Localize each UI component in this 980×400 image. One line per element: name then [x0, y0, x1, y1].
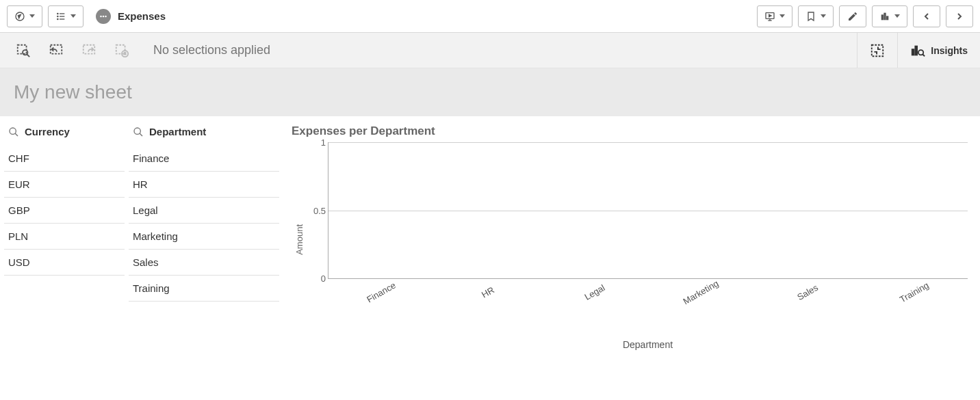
filter-list-currency: CHF EUR GBP PLN USD [4, 146, 125, 276]
svg-rect-27 [872, 44, 884, 56]
filter-header-currency[interactable]: Currency [4, 120, 125, 146]
bookmark-icon [805, 11, 816, 22]
chevron-right-icon [954, 11, 965, 22]
clear-selection-icon [114, 43, 129, 58]
selection-back-button[interactable] [47, 41, 66, 60]
search-selection-icon [16, 43, 31, 58]
list-icon [55, 11, 66, 22]
x-ticks: Finance HR Legal Marketing Sales Trainin… [328, 279, 968, 327]
selection-forward-button [79, 41, 99, 60]
svg-point-32 [10, 128, 16, 134]
selection-search-button[interactable] [14, 41, 33, 60]
chart-title: Expenses per Department [292, 124, 968, 138]
filter-list-department: Finance HR Legal Marketing Sales Trainin… [129, 146, 279, 302]
selection-clear-button [112, 41, 131, 60]
redo-selection-icon [81, 43, 96, 58]
filter-item[interactable]: PLN [4, 224, 125, 250]
content-area: Currency CHF EUR GBP PLN USD Department … [0, 116, 980, 400]
chevron-left-icon [921, 11, 932, 22]
x-tick-label: Legal [582, 282, 606, 302]
svg-marker-14 [769, 14, 771, 16]
filter-item[interactable]: USD [4, 250, 125, 276]
x-tick-label: Training [898, 280, 931, 304]
svg-point-6 [57, 16, 58, 16]
collapse-icon [870, 43, 885, 58]
selection-message: No selections applied [145, 43, 857, 57]
caret-down-icon [70, 14, 76, 18]
svg-rect-29 [916, 46, 918, 55]
insights-label: Insights [931, 45, 968, 56]
svg-rect-23 [116, 44, 125, 53]
filter-item[interactable]: EUR [4, 172, 125, 198]
next-sheet-button[interactable] [946, 5, 973, 27]
search-icon [8, 126, 19, 137]
svg-point-7 [57, 18, 58, 19]
plot-area: 1 0.5 0 [328, 142, 968, 279]
svg-rect-18 [18, 44, 27, 53]
svg-point-30 [918, 50, 923, 55]
filter-item[interactable]: Marketing [129, 224, 279, 250]
svg-rect-17 [887, 16, 888, 20]
filter-pane-department: Department Finance HR Legal Marketing Sa… [129, 120, 279, 396]
caret-down-icon [894, 14, 900, 18]
y-tick: 1 [308, 137, 326, 148]
x-tick-label: Finance [365, 280, 398, 304]
app-icon [96, 9, 111, 24]
play-button[interactable] [757, 5, 792, 27]
caret-down-icon [779, 14, 785, 18]
search-icon [133, 126, 144, 137]
insights-button[interactable]: Insights [897, 33, 980, 68]
filter-item[interactable]: HR [129, 172, 279, 198]
svg-point-34 [134, 128, 140, 134]
bookmark-button[interactable] [798, 5, 834, 27]
chart-pane[interactable]: Expenses per Department Amount 1 0.5 0 F… [283, 120, 976, 396]
filter-item[interactable]: Legal [129, 198, 279, 224]
filter-item[interactable]: GBP [4, 198, 125, 224]
y-tick: 0 [308, 274, 326, 284]
svg-line-31 [923, 54, 925, 56]
svg-point-8 [100, 15, 102, 17]
undo-selection-icon [49, 43, 64, 58]
x-tick-label: Sales [795, 282, 820, 302]
compass-icon [14, 11, 25, 22]
svg-rect-16 [884, 13, 886, 19]
filter-header-department[interactable]: Department [129, 120, 279, 146]
filter-title: Currency [25, 126, 70, 137]
caret-down-icon [821, 14, 826, 18]
app-title: Expenses [96, 9, 166, 24]
filter-item[interactable]: CHF [4, 146, 125, 172]
filter-pane-currency: Currency CHF EUR GBP PLN USD [4, 120, 125, 396]
sheets-button[interactable] [872, 5, 907, 27]
svg-line-20 [27, 54, 30, 57]
svg-marker-1 [18, 14, 21, 18]
svg-rect-15 [881, 15, 883, 20]
insights-icon [910, 43, 925, 58]
smart-selection-button[interactable] [857, 33, 897, 68]
x-tick-label: Marketing [682, 278, 721, 307]
y-tick: 0.5 [308, 205, 326, 215]
previous-sheet-button[interactable] [913, 5, 940, 27]
app-title-text: Expenses [118, 10, 166, 22]
sheets-icon [879, 11, 890, 22]
options-button[interactable] [48, 5, 83, 27]
pencil-icon [847, 11, 858, 22]
filter-item[interactable]: Finance [129, 146, 279, 172]
navigate-button[interactable] [7, 5, 42, 27]
caret-down-icon [29, 14, 35, 18]
sheet-title: My new sheet [14, 81, 132, 103]
play-screen-icon [764, 11, 775, 22]
svg-point-10 [105, 15, 107, 17]
selection-bar: No selections applied Insights [0, 33, 980, 68]
filter-item[interactable]: Sales [129, 250, 279, 276]
svg-line-33 [15, 133, 18, 136]
filter-item[interactable]: Training [129, 276, 279, 302]
filter-title: Department [149, 126, 206, 137]
chart-body: Amount 1 0.5 0 Finance HR Legal Marketin… [292, 142, 968, 392]
svg-rect-28 [912, 49, 914, 55]
y-axis-label: Amount [292, 224, 307, 255]
x-tick-label: HR [480, 284, 496, 299]
sheet-title-bar: My new sheet [0, 68, 980, 116]
svg-point-9 [103, 15, 105, 17]
edit-button[interactable] [839, 5, 866, 27]
x-axis-label: Department [328, 339, 968, 350]
